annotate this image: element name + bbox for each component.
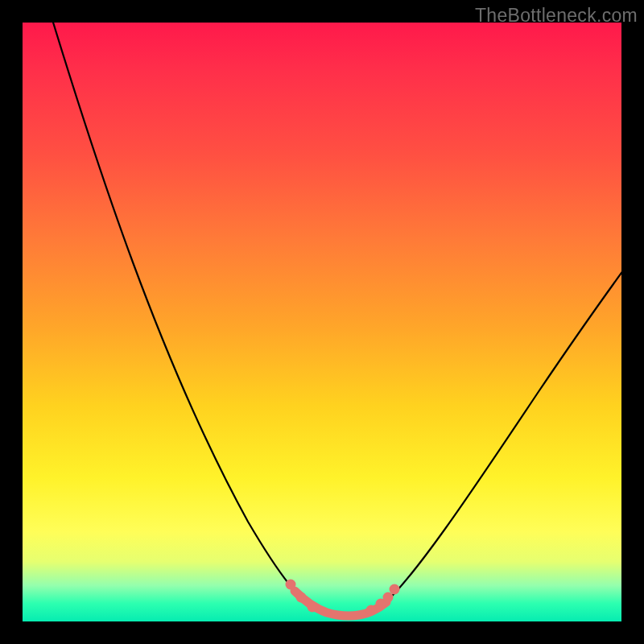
chart-frame: TheBottleneck.com — [0, 0, 644, 644]
marker-dot — [286, 580, 296, 590]
plot-area — [23, 23, 621, 621]
marker-dot — [390, 584, 400, 595]
curve-left-arm — [51, 23, 320, 612]
bottleneck-curve-svg — [23, 23, 621, 621]
watermark-text: TheBottleneck.com — [475, 5, 638, 27]
curve-right-arm — [378, 264, 621, 609]
marker-dot — [366, 605, 377, 616]
marker-dot — [308, 602, 318, 613]
marker-dot — [296, 592, 307, 603]
